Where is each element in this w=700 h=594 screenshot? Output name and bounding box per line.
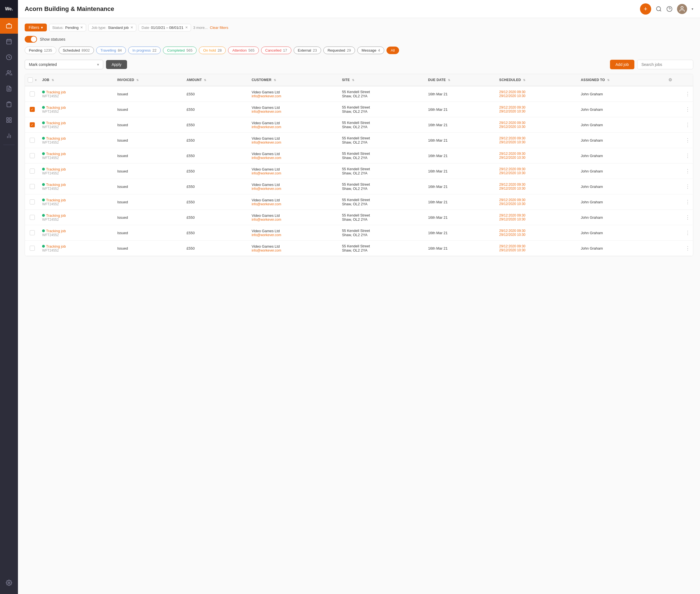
- customer-email[interactable]: info@workever.com: [252, 249, 336, 253]
- sidebar-item-users[interactable]: [0, 65, 18, 81]
- row-checkbox-cell[interactable]: [25, 225, 39, 241]
- sidebar-item-jobs[interactable]: [0, 18, 18, 34]
- help-button[interactable]: [666, 6, 672, 12]
- select-all-checkbox[interactable]: [28, 77, 33, 82]
- add-job-button[interactable]: Add job: [610, 60, 634, 69]
- job-name-link[interactable]: Tracking job: [42, 229, 112, 233]
- badge-in-progress[interactable]: In progress22: [128, 46, 161, 54]
- avatar-chevron[interactable]: ▾: [692, 7, 693, 11]
- customer-email[interactable]: info@workever.com: [252, 140, 336, 144]
- row-checkbox[interactable]: [30, 184, 35, 189]
- date-filter-tag[interactable]: Date 01/10/21 – 08/01/21 ✕: [138, 24, 191, 31]
- customer-email[interactable]: info@workever.com: [252, 94, 336, 98]
- col-header-checkbox[interactable]: ▾: [25, 74, 39, 86]
- col-header-settings[interactable]: ⚙: [666, 74, 693, 86]
- row-checkbox-cell[interactable]: [25, 179, 39, 194]
- job-name-link[interactable]: Tracking job: [42, 90, 112, 94]
- filters-button[interactable]: Filters ▾: [25, 24, 47, 31]
- badge-scheduled[interactable]: Scheduled8902: [59, 46, 94, 54]
- row-more-actions[interactable]: ⋮: [666, 241, 693, 256]
- row-more-actions[interactable]: ⋮: [666, 102, 693, 117]
- row-more-actions[interactable]: ⋮: [666, 179, 693, 194]
- job-type-filter-close[interactable]: ✕: [130, 26, 133, 29]
- customer-email[interactable]: info@workever.com: [252, 171, 336, 175]
- clear-filters-button[interactable]: Clear filters: [210, 26, 228, 30]
- job-name-link[interactable]: Tracking job: [42, 244, 112, 249]
- col-header-scheduled[interactable]: SCHEDULED ⇅: [496, 74, 578, 86]
- row-more-actions[interactable]: ⋮: [666, 164, 693, 179]
- search-input[interactable]: [641, 62, 691, 67]
- bulk-action-dropdown[interactable]: Mark completed ▾: [25, 60, 103, 69]
- row-checkbox[interactable]: [30, 138, 35, 143]
- row-checkbox-cell[interactable]: [25, 194, 39, 210]
- row-checkbox[interactable]: [30, 246, 35, 251]
- job-name-link[interactable]: Tracking job: [42, 167, 112, 171]
- job-name-link[interactable]: Tracking job: [42, 183, 112, 187]
- job-name-link[interactable]: Tracking job: [42, 136, 112, 140]
- sidebar-item-notes[interactable]: [0, 97, 18, 112]
- row-checkbox-cell[interactable]: [25, 210, 39, 225]
- row-more-actions[interactable]: ⋮: [666, 210, 693, 225]
- customer-email[interactable]: info@workever.com: [252, 218, 336, 222]
- row-checkbox[interactable]: [30, 215, 35, 220]
- row-checkbox-cell[interactable]: [25, 117, 39, 133]
- job-name-link[interactable]: Tracking job: [42, 198, 112, 202]
- row-checkbox-cell[interactable]: [25, 148, 39, 164]
- sidebar-item-calendar[interactable]: [0, 34, 18, 50]
- badge-requested[interactable]: Requested29: [323, 46, 355, 54]
- col-header-job[interactable]: JOB ⇅: [39, 74, 114, 86]
- avatar[interactable]: [677, 4, 687, 14]
- date-filter-close[interactable]: ✕: [185, 26, 188, 29]
- search-box[interactable]: [637, 60, 693, 69]
- customer-email[interactable]: info@workever.com: [252, 202, 336, 206]
- badge-pending[interactable]: Pending1235: [25, 46, 56, 54]
- col-header-due-date[interactable]: DUE DATE ⇅: [426, 74, 497, 86]
- sidebar-item-reports[interactable]: [0, 81, 18, 97]
- col-header-customer[interactable]: CUSTOMER ⇅: [249, 74, 339, 86]
- sidebar-item-history[interactable]: [0, 50, 18, 65]
- col-header-invoiced[interactable]: INVOICED ⇅: [114, 74, 184, 86]
- sidebar-item-dashboard[interactable]: [0, 112, 18, 128]
- badge-travelling[interactable]: Travelling84: [96, 46, 126, 54]
- apply-button[interactable]: Apply: [106, 60, 127, 69]
- job-name-link[interactable]: Tracking job: [42, 152, 112, 156]
- customer-email[interactable]: info@workever.com: [252, 233, 336, 237]
- sidebar-item-settings[interactable]: [0, 575, 18, 591]
- badge-external[interactable]: External23: [294, 46, 321, 54]
- row-checkbox[interactable]: [30, 169, 35, 174]
- row-checkbox[interactable]: [30, 92, 35, 97]
- more-filters[interactable]: 3 more...: [193, 26, 207, 30]
- badge-completed[interactable]: Completed565: [163, 46, 197, 54]
- row-checkbox[interactable]: [30, 107, 35, 112]
- job-name-link[interactable]: Tracking job: [42, 121, 112, 125]
- row-checkbox[interactable]: [30, 122, 35, 127]
- job-name-link[interactable]: Tracking job: [42, 105, 112, 110]
- customer-email[interactable]: info@workever.com: [252, 125, 336, 129]
- row-checkbox-cell[interactable]: [25, 164, 39, 179]
- show-statuses-toggle[interactable]: [25, 36, 37, 43]
- row-checkbox-cell[interactable]: [25, 102, 39, 117]
- row-checkbox-cell[interactable]: [25, 86, 39, 102]
- job-name-link[interactable]: Tracking job: [42, 213, 112, 218]
- add-button[interactable]: +: [640, 3, 651, 14]
- customer-email[interactable]: info@workever.com: [252, 110, 336, 113]
- row-more-actions[interactable]: ⋮: [666, 86, 693, 102]
- sidebar-item-analytics[interactable]: [0, 128, 18, 143]
- row-more-actions[interactable]: ⋮: [666, 194, 693, 210]
- badge-on-hold[interactable]: On hold28: [199, 46, 226, 54]
- badge-all[interactable]: All: [387, 46, 399, 54]
- badge-cancelled[interactable]: Cancelled17: [261, 46, 291, 54]
- status-filter-tag[interactable]: Status: Pending ✕: [49, 24, 86, 31]
- search-button[interactable]: [656, 6, 662, 12]
- row-checkbox-cell[interactable]: [25, 241, 39, 256]
- row-checkbox[interactable]: [30, 230, 35, 235]
- col-header-assigned-to[interactable]: ASSIGNED TO ⇅: [578, 74, 666, 86]
- customer-email[interactable]: info@workever.com: [252, 187, 336, 191]
- row-more-actions[interactable]: ⋮: [666, 225, 693, 241]
- row-more-actions[interactable]: ⋮: [666, 133, 693, 148]
- badge-message[interactable]: Message4: [357, 46, 384, 54]
- job-type-filter-tag[interactable]: Job type: Standard job ✕: [88, 24, 136, 31]
- select-all-chevron-icon[interactable]: ▾: [35, 78, 36, 81]
- row-more-actions[interactable]: ⋮: [666, 148, 693, 164]
- col-header-amount[interactable]: AMOUNT ⇅: [184, 74, 249, 86]
